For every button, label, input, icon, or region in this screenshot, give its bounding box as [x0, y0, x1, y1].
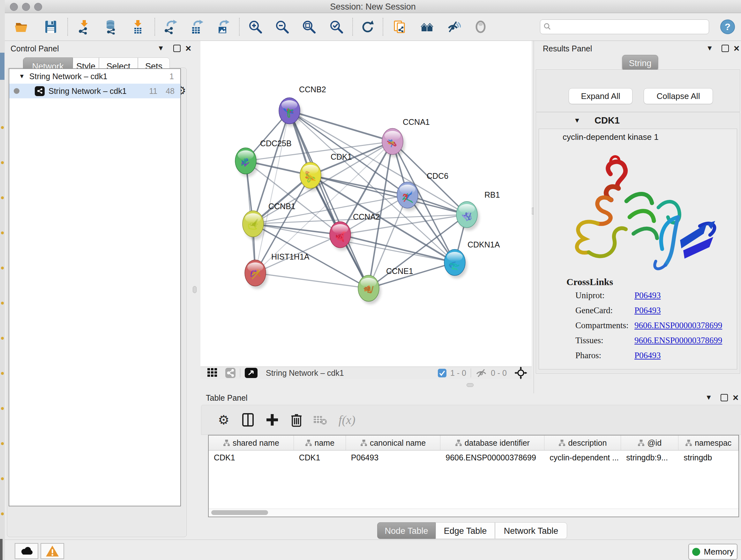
- crosslink-label: GeneCard:: [576, 306, 613, 315]
- zoom-selected-icon[interactable]: [329, 19, 344, 35]
- collapse-all-button[interactable]: Collapse All: [644, 88, 713, 104]
- column-header-database-identifier[interactable]: database identifier: [441, 435, 544, 450]
- crosslink-link[interactable]: P06493: [634, 351, 661, 361]
- tab-node-table[interactable]: Node Table: [377, 522, 435, 539]
- fit-content-crosshair-icon[interactable]: [515, 367, 527, 379]
- crosslink-link[interactable]: 9606.ENSP00000378699: [634, 320, 722, 330]
- app-status-bar: Memory: [5, 540, 741, 560]
- network-status-dot: [14, 88, 19, 94]
- export-network-icon[interactable]: [162, 19, 178, 35]
- export-image-icon[interactable]: [215, 19, 230, 35]
- control-panel-float-icon[interactable]: [173, 45, 181, 54]
- network-node-RB1[interactable]: RB1: [456, 190, 500, 231]
- network-node-CCNA1[interactable]: CCNA1: [382, 118, 430, 158]
- open-session-icon[interactable]: [14, 19, 29, 35]
- tab-edge-table[interactable]: Edge Table: [435, 522, 495, 539]
- table-cell[interactable]: cyclin-dependent ...: [544, 453, 621, 462]
- network-edge[interactable]: [255, 273, 368, 288]
- import-network-database-icon[interactable]: [104, 19, 119, 35]
- zoom-out-icon[interactable]: [274, 19, 290, 35]
- show-hidden-icon[interactable]: [473, 19, 488, 35]
- title-bar: Session: New Session: [5, 0, 741, 13]
- help-icon[interactable]: ?: [720, 19, 735, 35]
- table-cell[interactable]: P06493: [346, 453, 441, 462]
- hide-selection-icon[interactable]: [446, 19, 461, 35]
- window-title: Session: New Session: [5, 2, 741, 12]
- table-cell[interactable]: CDK1: [209, 453, 294, 462]
- results-panel-float-icon[interactable]: [722, 45, 729, 54]
- table-row[interactable]: CDK1CDK1P064939606.ENSP00000378699cyclin…: [209, 450, 738, 464]
- node-label-CCNA1: CCNA1: [403, 118, 430, 126]
- warnings-button[interactable]: [41, 543, 64, 559]
- crosslink-link[interactable]: P06493: [634, 291, 661, 300]
- network-collection-row[interactable]: ▼ String Network – cdk1 1: [9, 69, 180, 84]
- memory-status-dot: [692, 548, 700, 556]
- table-panel-float-icon[interactable]: [721, 394, 728, 403]
- network-node-CCNE1[interactable]: CCNE1: [358, 266, 413, 304]
- memory-button[interactable]: Memory: [688, 544, 738, 560]
- tab-string[interactable]: String: [622, 55, 658, 71]
- column-header-description[interactable]: description: [544, 435, 621, 450]
- delete-table-icon[interactable]: [313, 415, 327, 425]
- collection-expander-icon[interactable]: ▼: [19, 73, 25, 80]
- network-node-CDKN1A[interactable]: CDKN1A: [444, 240, 500, 278]
- crosslink-link[interactable]: 9606.ENSP00000378699: [634, 335, 722, 346]
- import-table-icon[interactable]: [130, 19, 145, 35]
- network-edge[interactable]: [289, 111, 368, 288]
- export-table-icon[interactable]: [189, 19, 204, 35]
- results-panel-menu-icon[interactable]: ▼: [706, 44, 713, 52]
- control-panel-close-icon[interactable]: ×: [185, 45, 191, 52]
- network-edge[interactable]: [289, 111, 467, 214]
- column-header-canonical-name[interactable]: canonical name: [346, 435, 441, 450]
- function-builder-icon[interactable]: f(x): [339, 413, 355, 427]
- table-cell[interactable]: CDK1: [294, 453, 346, 462]
- table-cell[interactable]: 9606.ENSP00000378699: [441, 453, 544, 462]
- open-in-window-icon[interactable]: [245, 368, 258, 378]
- import-network-file-icon[interactable]: [77, 19, 92, 35]
- show-columns-icon[interactable]: [242, 413, 254, 427]
- delete-column-icon[interactable]: [291, 413, 302, 427]
- cloud-button[interactable]: [15, 543, 38, 559]
- zoom-fit-icon[interactable]: [301, 19, 317, 35]
- table-panel-close-icon[interactable]: ×: [733, 395, 738, 401]
- create-column-icon[interactable]: [266, 414, 279, 426]
- crosslink-link[interactable]: P06493: [634, 306, 661, 315]
- column-header-shared-name[interactable]: shared name: [209, 435, 294, 450]
- hidden-eye-icon[interactable]: [475, 368, 487, 377]
- tab-network-table[interactable]: Network Table: [495, 522, 567, 539]
- results-panel-close-icon[interactable]: ×: [734, 45, 739, 52]
- save-session-icon[interactable]: [43, 19, 58, 35]
- network-node-CDC25B[interactable]: CDC25B: [235, 139, 292, 177]
- crosslinks-title: CrossLinks: [566, 276, 613, 287]
- network-canvas[interactable]: CCNB2CCNA1CDC25BCDK1CDC6RB1CCNB1CCNA2CDK…: [200, 41, 532, 367]
- search-input[interactable]: [540, 19, 709, 34]
- network-row[interactable]: String Network – cdk1 11 48: [9, 84, 180, 98]
- column-header-name[interactable]: name: [294, 435, 346, 450]
- selected-checkbox-icon[interactable]: [438, 369, 447, 377]
- birdseye-grid-icon[interactable]: [207, 368, 218, 378]
- column-header-namespac[interactable]: namespac: [678, 435, 738, 450]
- network-edge[interactable]: [289, 111, 393, 141]
- network-view-toolbar: String Network – cdk1 1 - 0 0 - 0: [200, 367, 532, 379]
- zoom-in-icon[interactable]: [248, 19, 263, 35]
- network-node-CDC6[interactable]: CDC6: [397, 172, 448, 211]
- table-cell[interactable]: stringdb:9...: [621, 453, 678, 462]
- table-settings-gear-icon[interactable]: ⚙: [218, 414, 229, 426]
- table-panel-menu-icon[interactable]: ▼: [705, 393, 712, 401]
- left-splitter-handle[interactable]: [193, 286, 197, 293]
- results-panel-title: Results Panel: [543, 44, 592, 53]
- entry-expander-icon[interactable]: ▼: [574, 117, 581, 124]
- table-hscrollbar-thumb[interactable]: [211, 510, 268, 515]
- show-all-networks-icon[interactable]: [419, 19, 434, 35]
- control-panel-menu-icon[interactable]: ▼: [157, 44, 164, 52]
- entry-description: cyclin-dependent kinase 1: [562, 132, 659, 142]
- network-view-title: String Network – cdk1: [266, 368, 344, 378]
- first-neighbors-icon[interactable]: [392, 19, 407, 35]
- network-edge[interactable]: [255, 111, 289, 273]
- refresh-view-icon[interactable]: [360, 19, 375, 35]
- string-style-icon[interactable]: [225, 368, 235, 378]
- expand-all-button[interactable]: Expand All: [569, 88, 632, 104]
- table-cell[interactable]: stringdb: [678, 453, 738, 462]
- column-header--id[interactable]: @id: [621, 435, 678, 450]
- network-tree: ▼ String Network – cdk1 1 String Network…: [9, 68, 181, 506]
